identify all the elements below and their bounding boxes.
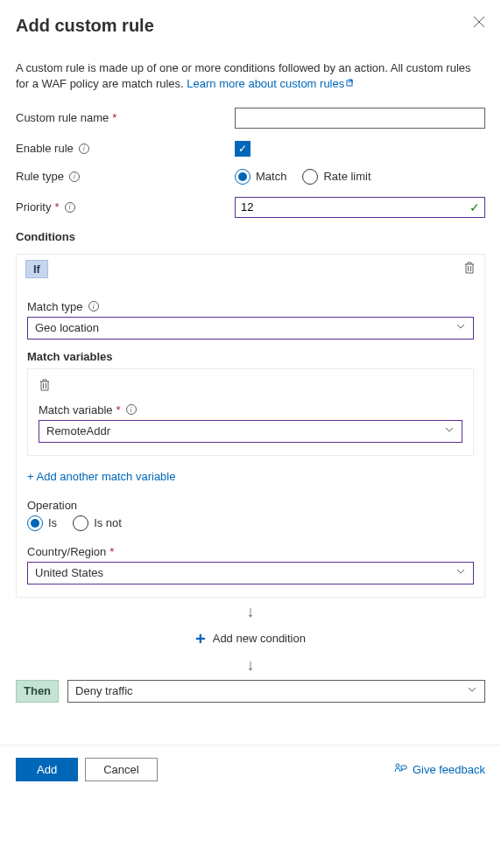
operation-label: Operation <box>27 499 77 512</box>
rule-type-label: Rule type <box>16 170 64 183</box>
info-icon[interactable]: i <box>126 404 137 415</box>
custom-rule-name-input[interactable] <box>235 108 485 129</box>
country-region-label: Country/Region <box>27 545 106 558</box>
info-icon[interactable]: i <box>88 301 99 312</box>
enable-rule-label: Enable rule <box>16 142 74 155</box>
info-icon[interactable]: i <box>65 202 75 213</box>
info-icon[interactable]: i <box>79 144 89 154</box>
feedback-icon <box>393 763 407 775</box>
required-marker: * <box>112 111 116 124</box>
if-label: If <box>25 260 48 278</box>
country-region-dropdown[interactable]: United States <box>27 562 474 584</box>
match-variables-box: Match variable * i RemoteAddr <box>27 368 474 456</box>
action-dropdown[interactable]: Deny traffic <box>67 680 485 703</box>
intro-text: A custom rule is made up of one or more … <box>16 60 485 92</box>
required-marker: * <box>109 545 114 558</box>
panel-title: Add custom rule <box>16 16 154 36</box>
chevron-down-icon <box>455 566 466 579</box>
add-match-variable-link[interactable]: + Add another match variable <box>27 470 175 483</box>
priority-input[interactable] <box>235 197 485 218</box>
info-icon[interactable]: i <box>69 172 80 182</box>
cancel-button[interactable]: Cancel <box>85 758 157 781</box>
match-variable-label: Match variable <box>39 403 113 416</box>
add-button[interactable]: Add <box>16 758 78 781</box>
match-variables-heading: Match variables <box>27 350 474 363</box>
required-marker: * <box>54 200 59 214</box>
required-marker: * <box>116 403 121 416</box>
conditions-heading: Conditions <box>16 230 485 243</box>
svg-rect-2 <box>401 766 406 769</box>
chevron-down-icon <box>455 321 466 334</box>
priority-label: Priority <box>16 200 51 214</box>
operation-isnot-radio[interactable]: Is not <box>73 515 122 531</box>
match-variable-dropdown[interactable]: RemoteAddr <box>39 420 462 443</box>
external-link-icon <box>346 76 356 92</box>
then-label: Then <box>16 680 59 703</box>
chevron-down-icon <box>444 424 455 438</box>
match-type-dropdown[interactable]: Geo location <box>27 317 474 340</box>
chevron-down-icon <box>467 684 477 697</box>
custom-rule-name-label: Custom rule name <box>16 111 109 124</box>
rule-type-ratelimit-radio[interactable]: Rate limit <box>302 169 370 185</box>
svg-rect-0 <box>347 80 352 86</box>
delete-condition-icon[interactable] <box>463 261 476 277</box>
give-feedback-link[interactable]: Give feedback <box>393 763 485 776</box>
operation-is-radio[interactable]: Is <box>27 515 57 531</box>
learn-more-link[interactable]: Learn more about custom rules <box>187 77 356 90</box>
svg-point-1 <box>396 764 399 767</box>
flow-arrow-icon: ↓ <box>16 651 485 680</box>
flow-arrow-icon: ↓ <box>16 598 485 626</box>
delete-variable-icon[interactable] <box>39 382 51 395</box>
add-new-condition-button[interactable]: + Add new condition <box>16 626 485 651</box>
plus-icon: + <box>195 630 206 648</box>
close-icon[interactable] <box>473 16 485 28</box>
condition-block: If Match type i Geo location Match varia… <box>16 254 485 598</box>
match-type-label: Match type <box>27 300 83 313</box>
rule-type-match-radio[interactable]: Match <box>235 169 286 185</box>
enable-rule-checkbox[interactable]: ✓ <box>235 141 250 157</box>
